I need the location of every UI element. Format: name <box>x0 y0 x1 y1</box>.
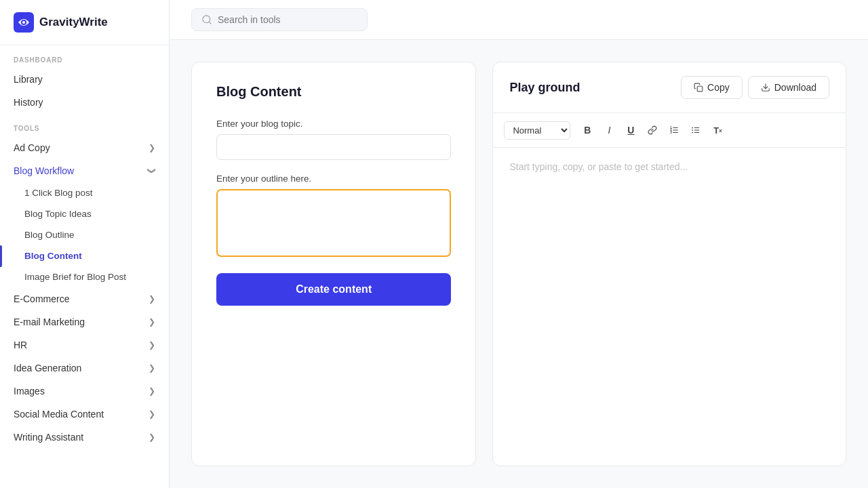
topbar <box>170 0 868 40</box>
underline-button[interactable]: U <box>620 120 641 140</box>
sidebar-item-library[interactable]: Library <box>0 68 169 91</box>
link-button[interactable] <box>642 120 663 140</box>
search-icon <box>201 14 212 25</box>
dashboard-section-label: DASHBOARD <box>0 45 169 68</box>
blog-content-panel: Blog Content Enter your blog topic. Ente… <box>191 62 476 466</box>
sidebar-item-idea-generation[interactable]: Idea Generation ❯ <box>0 357 169 380</box>
sidebar-item-e-commerce[interactable]: E-Commerce ❯ <box>0 287 169 310</box>
link-icon <box>648 125 657 135</box>
copy-icon <box>694 83 703 92</box>
tools-section-label: TOOLS <box>0 114 169 136</box>
sidebar-item-writing-assistant-label: Writing Assistant <box>14 432 83 443</box>
svg-rect-5 <box>697 86 703 92</box>
copy-button[interactable]: Copy <box>681 76 743 99</box>
chevron-down-icon: ❯ <box>149 143 155 152</box>
sidebar-item-writing-assistant[interactable]: Writing Assistant ❯ <box>0 426 169 449</box>
unordered-list-icon <box>691 125 701 135</box>
copy-btn-label: Copy <box>707 82 730 93</box>
sidebar-item-1-click-blog-post-label: 1 Click Blog post <box>24 188 93 198</box>
sidebar-item-ad-copy-label: Ad Copy <box>14 142 50 153</box>
sidebar: GravityWrite DASHBOARD Library History T… <box>0 0 170 488</box>
unordered-list-button[interactable] <box>686 120 706 140</box>
sidebar-item-blog-content[interactable]: Blog Content <box>0 245 169 266</box>
sidebar-item-blog-outline[interactable]: Blog Outline <box>0 224 169 245</box>
chevron-down-icon: ❯ <box>149 409 155 419</box>
active-indicator <box>0 245 2 267</box>
svg-line-4 <box>209 22 211 24</box>
sidebar-item-hr-label: HR <box>14 340 27 350</box>
sidebar-item-blog-workflow[interactable]: Blog Workflow ❯ <box>0 159 169 182</box>
outline-field-label: Enter your outline here. <box>216 174 451 184</box>
download-button[interactable]: Download <box>748 76 829 99</box>
chevron-down-icon: ❯ <box>149 386 155 396</box>
chevron-down-icon: ❯ <box>149 363 155 373</box>
sidebar-item-blog-workflow-label: Blog Workflow <box>14 165 74 176</box>
playground-title: Play ground <box>509 81 675 95</box>
svg-point-16 <box>692 127 694 129</box>
download-icon <box>761 83 770 92</box>
bold-button[interactable]: B <box>577 120 597 140</box>
editor-toolbar: Normal Heading 1 Heading 2 Heading 3 B I… <box>493 113 846 148</box>
svg-text:3: 3 <box>671 131 673 134</box>
main-area: Blog Content Enter your blog topic. Ente… <box>170 0 868 488</box>
chevron-down-icon: ❯ <box>149 317 155 327</box>
download-btn-label: Download <box>774 82 816 93</box>
format-select[interactable]: Normal Heading 1 Heading 2 Heading 3 <box>504 121 570 140</box>
sidebar-item-e-commerce-label: E-Commerce <box>14 293 69 304</box>
ordered-list-button[interactable]: 1 2 3 <box>664 120 684 140</box>
sidebar-item-1-click-blog-post[interactable]: 1 Click Blog post <box>0 182 169 203</box>
blog-panel-title: Blog Content <box>216 84 451 100</box>
sidebar-item-history[interactable]: History <box>0 91 169 114</box>
sidebar-item-image-brief-for-blog-post[interactable]: Image Brief for Blog Post <box>0 266 169 287</box>
playground-placeholder: Start typing, copy, or paste to get star… <box>493 148 846 466</box>
svg-point-2 <box>22 21 25 24</box>
chevron-down-icon: ❯ <box>149 432 155 442</box>
content-area: Blog Content Enter your blog topic. Ente… <box>170 40 868 488</box>
search-bar[interactable] <box>191 8 368 31</box>
svg-point-18 <box>692 132 694 134</box>
sidebar-item-library-label: Library <box>14 74 43 85</box>
logo: GravityWrite <box>0 0 169 45</box>
gravitywrite-logo-icon <box>14 12 34 33</box>
sidebar-item-email-marketing[interactable]: E-mail Marketing ❯ <box>0 310 169 333</box>
chevron-down-icon: ❯ <box>149 340 155 350</box>
blog-topic-input[interactable] <box>216 134 451 160</box>
blog-outline-textarea[interactable] <box>216 189 451 257</box>
sidebar-item-blog-outline-label: Blog Outline <box>24 230 75 240</box>
chevron-down-icon: ❯ <box>149 294 155 304</box>
sidebar-item-social-media-content[interactable]: Social Media Content ❯ <box>0 403 169 426</box>
sidebar-item-ad-copy[interactable]: Ad Copy ❯ <box>0 136 169 159</box>
sidebar-item-blog-content-label: Blog Content <box>24 251 82 261</box>
ordered-list-icon: 1 2 3 <box>669 125 679 135</box>
italic-button[interactable]: I <box>599 120 619 140</box>
sidebar-item-hr[interactable]: HR ❯ <box>0 333 169 357</box>
sidebar-item-image-brief-for-blog-post-label: Image Brief for Blog Post <box>24 272 126 282</box>
sidebar-item-idea-generation-label: Idea Generation <box>14 363 81 373</box>
search-input[interactable] <box>218 14 340 25</box>
sidebar-item-images-label: Images <box>14 386 45 396</box>
topic-field-label: Enter your blog topic. <box>216 119 451 129</box>
sidebar-item-images[interactable]: Images ❯ <box>0 380 169 403</box>
sidebar-item-history-label: History <box>14 97 43 108</box>
sidebar-item-email-marketing-label: E-mail Marketing <box>14 317 85 327</box>
app-name: GravityWrite <box>39 16 108 29</box>
create-content-button[interactable]: Create content <box>216 273 451 306</box>
svg-point-17 <box>692 129 694 131</box>
sidebar-item-social-media-content-label: Social Media Content <box>14 409 104 420</box>
sidebar-item-blog-topic-ideas-label: Blog Topic Ideas <box>24 209 92 219</box>
playground-panel: Play ground Copy Download Normal <box>492 62 846 466</box>
sidebar-item-blog-topic-ideas[interactable]: Blog Topic Ideas <box>0 203 169 224</box>
clear-format-button[interactable]: Tx <box>707 120 728 140</box>
chevron-down-icon: ❯ <box>147 167 157 174</box>
playground-header: Play ground Copy Download <box>493 62 846 113</box>
